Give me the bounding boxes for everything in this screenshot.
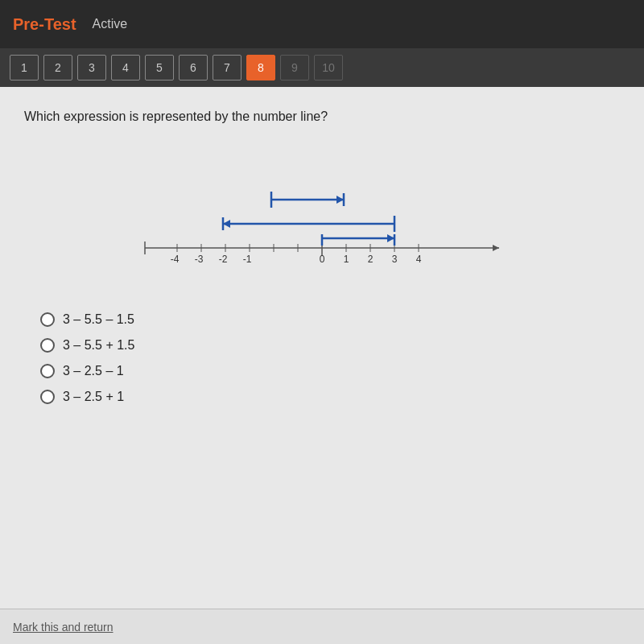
svg-text:-1: -1 — [243, 254, 252, 265]
question-text: Which expression is represented by the n… — [24, 109, 620, 124]
radio-1[interactable] — [40, 312, 55, 327]
option-1[interactable]: 3 – 5.5 – 1.5 — [40, 312, 620, 327]
top-bar: Pre-Test Active — [0, 0, 644, 48]
svg-text:-2: -2 — [219, 254, 228, 265]
nav-btn-9[interactable]: 9 — [280, 55, 309, 80]
svg-text:-3: -3 — [195, 254, 204, 265]
nav-btn-7[interactable]: 7 — [213, 55, 242, 80]
svg-text:-4: -4 — [171, 254, 180, 265]
options-list: 3 – 5.5 – 1.53 – 5.5 + 1.53 – 2.5 – 13 –… — [40, 312, 620, 404]
radio-4[interactable] — [40, 390, 55, 404]
nav-btn-2[interactable]: 2 — [43, 55, 72, 80]
svg-marker-29 — [223, 220, 230, 228]
svg-text:0: 0 — [320, 254, 325, 265]
content-area: Which expression is represented by the n… — [0, 87, 644, 644]
svg-text:1: 1 — [344, 254, 349, 265]
svg-text:3: 3 — [392, 254, 398, 265]
number-line-diagram: -4 -3 -2 -1 0 1 2 3 4 — [129, 143, 515, 288]
radio-3[interactable] — [40, 364, 55, 378]
option-label-2: 3 – 5.5 + 1.5 — [63, 338, 134, 353]
nav-btn-3[interactable]: 3 — [77, 55, 106, 80]
bottom-bar: Mark this and return — [0, 609, 644, 644]
option-4[interactable]: 3 – 2.5 + 1 — [40, 390, 620, 404]
number-line-svg: -4 -3 -2 -1 0 1 2 3 4 — [129, 143, 515, 288]
status-badge: Active — [93, 17, 128, 31]
svg-marker-1 — [493, 245, 499, 251]
svg-marker-33 — [387, 234, 394, 242]
nav-btn-4[interactable]: 4 — [111, 55, 140, 80]
option-label-3: 3 – 2.5 – 1 — [63, 364, 124, 378]
option-label-1: 3 – 5.5 – 1.5 — [63, 312, 134, 327]
question-nav: 12345678910 — [0, 48, 644, 87]
svg-marker-25 — [336, 196, 344, 204]
nav-btn-5[interactable]: 5 — [145, 55, 174, 80]
option-2[interactable]: 3 – 5.5 + 1.5 — [40, 338, 620, 353]
page-title: Pre-Test — [13, 15, 76, 34]
svg-text:4: 4 — [416, 254, 422, 265]
option-label-4: 3 – 2.5 + 1 — [63, 390, 124, 404]
svg-text:2: 2 — [368, 254, 374, 265]
mark-return-link[interactable]: Mark this and return — [13, 621, 114, 634]
nav-btn-1[interactable]: 1 — [10, 55, 39, 80]
option-3[interactable]: 3 – 2.5 – 1 — [40, 364, 620, 378]
nav-btn-6[interactable]: 6 — [179, 55, 208, 80]
nav-btn-10[interactable]: 10 — [314, 55, 343, 80]
nav-btn-8[interactable]: 8 — [246, 55, 275, 80]
radio-2[interactable] — [40, 338, 55, 353]
